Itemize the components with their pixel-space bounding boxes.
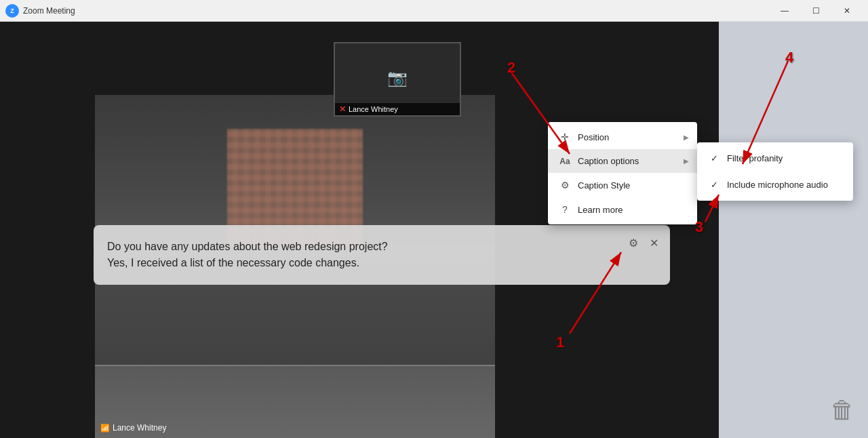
camera-off-icon: 📷 bbox=[387, 68, 408, 87]
thumbnail-name: Lance Whitney bbox=[349, 105, 398, 113]
app-title: Zoom Meeting bbox=[23, 6, 75, 16]
check-filter-profanity: ✓ bbox=[708, 153, 720, 163]
menu-item-position[interactable]: ✛ Position ▶ bbox=[548, 125, 697, 149]
submenu-label-filter-profanity: Filter profanity bbox=[727, 153, 783, 163]
video-name-label: 📶 Lance Whitney bbox=[100, 423, 166, 433]
menu-label-caption-style: Caption Style bbox=[578, 180, 630, 191]
menu-item-caption-style[interactable]: ⚙ Caption Style bbox=[548, 173, 697, 197]
annotation-1: 1 bbox=[556, 334, 564, 351]
thumbnail-name-bar: ✕ Lance Whitney bbox=[335, 103, 460, 115]
caption-options-icon: Aa bbox=[559, 157, 571, 166]
caption-box: Do you have any updates about the web re… bbox=[94, 225, 670, 285]
caption-line1: Do you have any updates about the web re… bbox=[107, 241, 388, 252]
caption-style-icon: ⚙ bbox=[559, 180, 571, 191]
zoom-logo: Z bbox=[5, 4, 19, 18]
signal-icon: 📶 bbox=[100, 424, 110, 433]
close-button[interactable]: ✕ bbox=[831, 0, 863, 22]
window-controls: — ☐ ✕ bbox=[769, 0, 863, 22]
caption-close-button[interactable]: ✕ bbox=[644, 233, 663, 252]
position-icon: ✛ bbox=[559, 132, 571, 142]
caption-settings-button[interactable]: ⚙ bbox=[624, 233, 643, 252]
context-menu: ✛ Position ▶ Aa Caption options ▶ ⚙ Capt… bbox=[548, 122, 697, 224]
submenu-caption-options: ✓ Filter profanity ✓ Include microphone … bbox=[697, 142, 853, 201]
caption-line2: Yes, I received a list of the necessary … bbox=[107, 257, 359, 268]
right-sidebar bbox=[719, 22, 868, 438]
arrow-icon-caption-options: ▶ bbox=[684, 157, 689, 165]
caption-text: Do you have any updates about the web re… bbox=[107, 239, 629, 271]
submenu-label-include-mic: Include microphone audio bbox=[727, 180, 828, 190]
check-include-mic: ✓ bbox=[708, 180, 720, 190]
participant-name: Lance Whitney bbox=[113, 423, 166, 433]
arrow-icon-position: ▶ bbox=[684, 134, 689, 141]
recycle-bin-icon: 🗑 bbox=[830, 396, 854, 424]
title-bar: Z Zoom Meeting — ☐ ✕ bbox=[0, 0, 868, 22]
annotation-2: 2 bbox=[507, 59, 515, 77]
maximize-button[interactable]: ☐ bbox=[800, 0, 831, 22]
menu-item-learn-more[interactable]: ? Learn more bbox=[548, 197, 697, 222]
submenu-item-filter-profanity[interactable]: ✓ Filter profanity bbox=[697, 145, 853, 172]
menu-item-caption-options[interactable]: Aa Caption options ▶ bbox=[548, 149, 697, 173]
minimize-button[interactable]: — bbox=[769, 0, 800, 22]
submenu-item-include-mic[interactable]: ✓ Include microphone audio bbox=[697, 172, 853, 198]
main-content: 📷 ✕ Lance Whitney 📶 Lance Whitney 🗑 Do y… bbox=[0, 22, 868, 438]
menu-label-caption-options: Caption options bbox=[578, 156, 639, 166]
video-thumbnail: 📷 ✕ Lance Whitney bbox=[334, 42, 461, 117]
learn-more-icon: ? bbox=[559, 204, 571, 215]
mute-icon: ✕ bbox=[339, 104, 346, 114]
menu-label-learn-more: Learn more bbox=[578, 205, 623, 215]
menu-label-position: Position bbox=[578, 132, 609, 142]
title-bar-left: Z Zoom Meeting bbox=[5, 4, 75, 18]
